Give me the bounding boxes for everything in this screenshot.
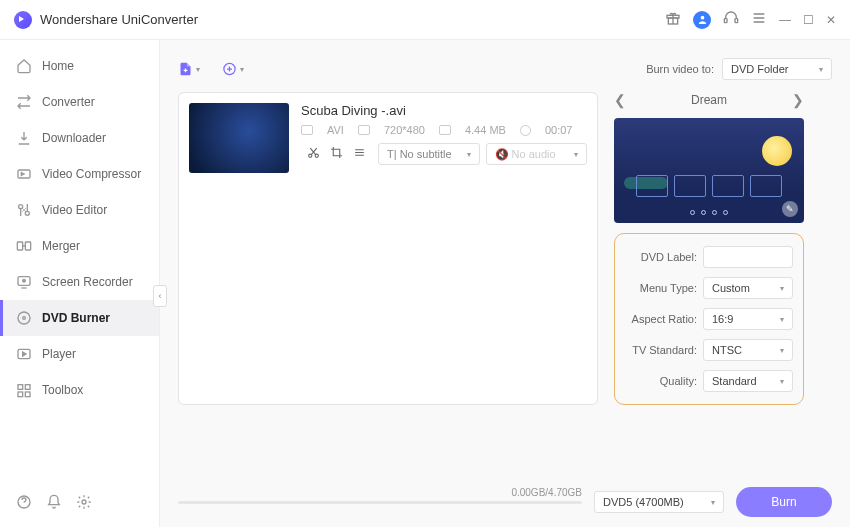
help-icon[interactable] (16, 494, 32, 513)
sidebar-item-toolbox[interactable]: Toolbox (0, 372, 159, 408)
crop-icon[interactable] (330, 146, 343, 162)
subtitle-select[interactable]: T| No subtitle▾ (378, 143, 480, 165)
burn-button[interactable]: Burn (736, 487, 832, 517)
svg-point-20 (82, 500, 86, 504)
dvd-settings-panel: DVD Label: Menu Type: Custom▾ Aspect Rat… (614, 233, 804, 405)
dvd-icon (16, 310, 32, 326)
sidebar-item-downloader[interactable]: Downloader (0, 120, 159, 156)
titlebar: Wondershare UniConverter — ☐ ✕ (0, 0, 850, 40)
theme-name: Dream (691, 93, 727, 107)
maximize-button[interactable]: ☐ (803, 13, 814, 27)
svg-point-13 (23, 317, 26, 320)
quality-label: Quality: (625, 375, 697, 387)
file-card: Scuba Diving -.avi AVI 720*480 4.44 MB 0… (178, 92, 598, 405)
close-button[interactable]: ✕ (826, 13, 836, 27)
format-icon (301, 125, 313, 135)
sidebar-item-label: Video Editor (42, 203, 107, 217)
dvd-label-label: DVD Label: (625, 251, 697, 263)
effects-icon[interactable] (353, 146, 366, 162)
file-name: Scuba Diving -.avi (301, 103, 587, 118)
sidebar-item-compressor[interactable]: Video Compressor (0, 156, 159, 192)
burn-to-select[interactable]: DVD Folder▾ (722, 58, 832, 80)
svg-rect-4 (735, 19, 738, 23)
sidebar-item-label: Screen Recorder (42, 275, 133, 289)
moon-decoration (762, 136, 792, 166)
svg-point-2 (700, 16, 704, 20)
menu-type-select[interactable]: Custom▾ (703, 277, 793, 299)
downloader-icon (16, 130, 32, 146)
file-format: AVI (327, 124, 344, 136)
gift-icon[interactable] (665, 10, 681, 29)
menu-type-label: Menu Type: (625, 282, 697, 294)
sidebar: Home Converter Downloader Video Compress… (0, 40, 160, 527)
minimize-button[interactable]: — (779, 13, 791, 27)
sidebar-item-label: Converter (42, 95, 95, 109)
theme-preview[interactable]: ✎ (614, 118, 804, 223)
quality-select[interactable]: Standard▾ (703, 370, 793, 392)
trim-icon[interactable] (307, 146, 320, 162)
player-icon (16, 346, 32, 362)
sidebar-item-recorder[interactable]: Screen Recorder (0, 264, 159, 300)
svg-rect-3 (724, 19, 727, 23)
sidebar-item-label: Toolbox (42, 383, 83, 397)
sidebar-item-label: Home (42, 59, 74, 73)
sidebar-item-label: DVD Burner (42, 311, 110, 325)
settings-icon[interactable] (76, 494, 92, 513)
svg-point-12 (18, 312, 30, 324)
svg-rect-15 (18, 385, 23, 390)
sidebar-item-player[interactable]: Player (0, 336, 159, 372)
theme-next-button[interactable]: ❯ (792, 92, 804, 108)
compressor-icon (16, 166, 32, 182)
sidebar-item-label: Downloader (42, 131, 106, 145)
svg-rect-8 (17, 242, 22, 250)
svg-rect-18 (25, 392, 30, 397)
disc-type-select[interactable]: DVD5 (4700MB)▾ (594, 491, 724, 513)
collapse-sidebar-button[interactable]: ‹ (153, 285, 167, 307)
bell-icon[interactable] (46, 494, 62, 513)
burn-to-label: Burn video to: (646, 63, 714, 75)
add-file-button[interactable]: ▾ (178, 58, 200, 80)
converter-icon (16, 94, 32, 110)
sidebar-item-dvd-burner[interactable]: DVD Burner (0, 300, 159, 336)
sidebar-item-converter[interactable]: Converter (0, 84, 159, 120)
clock-icon (520, 125, 531, 136)
merger-icon (16, 238, 32, 254)
sidebar-item-home[interactable]: Home (0, 48, 159, 84)
dvd-label-input[interactable] (703, 246, 793, 268)
capacity-progress: 0.00GB/4.70GB (178, 501, 582, 504)
add-source-button[interactable]: ▾ (222, 58, 244, 80)
aspect-ratio-label: Aspect Ratio: (625, 313, 697, 325)
sidebar-item-label: Player (42, 347, 76, 361)
audio-select[interactable]: 🔇 No audio▾ (486, 143, 588, 165)
file-resolution: 720*480 (384, 124, 425, 136)
home-icon (16, 58, 32, 74)
user-avatar-icon[interactable] (693, 11, 711, 29)
svg-rect-16 (25, 385, 30, 390)
svg-rect-9 (25, 242, 30, 250)
theme-prev-button[interactable]: ❮ (614, 92, 626, 108)
capacity-label: 0.00GB/4.70GB (511, 487, 582, 498)
resolution-icon (358, 125, 370, 135)
aspect-ratio-select[interactable]: 16:9▾ (703, 308, 793, 330)
svg-rect-17 (18, 392, 23, 397)
edit-theme-icon[interactable]: ✎ (782, 201, 798, 217)
toolbox-icon (16, 382, 32, 398)
app-logo-icon (14, 11, 32, 29)
svg-point-11 (23, 279, 26, 282)
sidebar-item-label: Video Compressor (42, 167, 141, 181)
size-icon (439, 125, 451, 135)
sidebar-item-merger[interactable]: Merger (0, 228, 159, 264)
sidebar-item-label: Merger (42, 239, 80, 253)
app-title: Wondershare UniConverter (40, 12, 665, 27)
file-size: 4.44 MB (465, 124, 506, 136)
headset-icon[interactable] (723, 10, 739, 29)
sidebar-item-editor[interactable]: Video Editor (0, 192, 159, 228)
recorder-icon (16, 274, 32, 290)
editor-icon (16, 202, 32, 218)
tv-standard-label: TV Standard: (625, 344, 697, 356)
menu-icon[interactable] (751, 10, 767, 29)
file-duration: 00:07 (545, 124, 573, 136)
video-thumbnail[interactable] (189, 103, 289, 173)
tv-standard-select[interactable]: NTSC▾ (703, 339, 793, 361)
